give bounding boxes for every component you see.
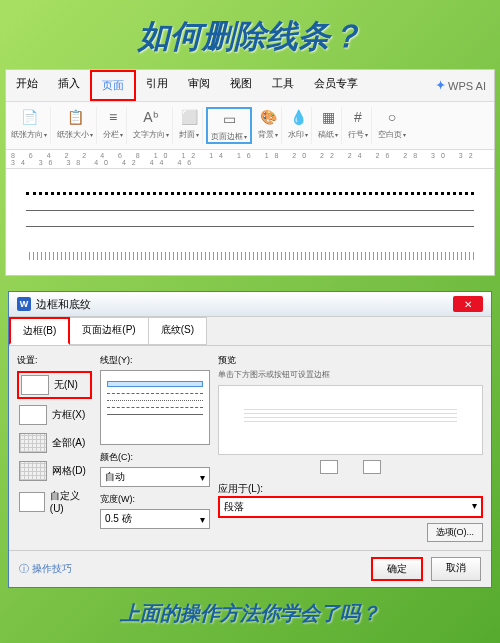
- ribbon-toolbar: 📄纸张方向▾📋纸张大小▾≡分栏▾Aᵇ文字方向▾⬜封面▾▭页面边框▾🎨背景▾💧水印…: [6, 102, 494, 150]
- ai-icon: ✦: [436, 79, 445, 92]
- ribbon-icon: 📄: [19, 107, 39, 127]
- tab-border[interactable]: 边框(B): [9, 317, 70, 345]
- ribbon-label: 分栏▾: [103, 129, 123, 140]
- ribbon-icon: 🎨: [258, 107, 278, 127]
- ribbon-背景[interactable]: 🎨背景▾: [255, 107, 282, 144]
- solid-line-2: [26, 226, 474, 227]
- line-style-list[interactable]: [100, 370, 210, 445]
- ribbon-label: 背景▾: [258, 129, 278, 140]
- ribbon-页面边框[interactable]: ▭页面边框▾: [206, 107, 252, 144]
- solid-line-1: [26, 210, 474, 211]
- ribbon-分栏[interactable]: ≡分栏▾: [100, 107, 127, 144]
- wps-ai-badge[interactable]: ✦WPS AI: [428, 70, 494, 101]
- ribbon-label: 页面边框▾: [211, 131, 247, 142]
- width-combo[interactable]: 0.5 磅▾: [100, 509, 210, 529]
- setting-label: 方框(X): [52, 408, 85, 422]
- ribbon-icon: ≡: [103, 107, 123, 127]
- ribbon-封面[interactable]: ⬜封面▾: [176, 107, 203, 144]
- ribbon-空白页[interactable]: ○空白页▾: [375, 107, 409, 144]
- setting-网格(D)[interactable]: 网格(D): [17, 459, 92, 483]
- ribbon-label: 行号▾: [348, 129, 368, 140]
- ribbon-label: 文字方向▾: [133, 129, 169, 140]
- menu-reference[interactable]: 引用: [136, 70, 178, 101]
- menu-insert[interactable]: 插入: [48, 70, 90, 101]
- menu-start[interactable]: 开始: [6, 70, 48, 101]
- setting-全部(A)[interactable]: 全部(A): [17, 431, 92, 455]
- ribbon-label: 纸张大小▾: [57, 129, 93, 140]
- wps-window: 开始 插入 页面 引用 审阅 视图 工具 会员专享 ✦WPS AI 📄纸张方向▾…: [5, 69, 495, 276]
- footer-caption: 上面的操作方法你学会了吗？: [0, 588, 500, 635]
- ribbon-label: 水印▾: [288, 129, 308, 140]
- wave-line: [26, 252, 474, 260]
- setting-label: 无(N): [54, 378, 78, 392]
- border-top-button[interactable]: [320, 460, 338, 474]
- wps-icon: W: [17, 297, 31, 311]
- ribbon-label: 稿纸▾: [318, 129, 338, 140]
- setting-preview-icon: [19, 492, 45, 512]
- chevron-down-icon: ▾: [200, 514, 205, 525]
- color-combo[interactable]: 自动▾: [100, 467, 210, 487]
- ribbon-icon: ▭: [219, 109, 239, 129]
- dialog-titlebar: W 边框和底纹 ✕: [9, 292, 491, 317]
- dialog-tabs: 边框(B) 页面边框(P) 底纹(S): [9, 317, 491, 346]
- menu-page[interactable]: 页面: [90, 70, 136, 101]
- ribbon-label: 空白页▾: [378, 129, 406, 140]
- color-label: 颜色(C):: [100, 451, 210, 464]
- ribbon-行号[interactable]: #行号▾: [345, 107, 372, 144]
- ribbon-稿纸[interactable]: ▦稿纸▾: [315, 107, 342, 144]
- settings-label: 设置:: [17, 354, 92, 367]
- ribbon-水印[interactable]: 💧水印▾: [285, 107, 312, 144]
- page-title: 如何删除线条？: [0, 0, 500, 69]
- apply-to-label: 应用于(L):: [218, 482, 263, 496]
- setting-无(N)[interactable]: 无(N): [17, 371, 92, 399]
- ribbon-label: 封面▾: [179, 129, 199, 140]
- ribbon-icon: ▦: [318, 107, 338, 127]
- ribbon-label: 纸张方向▾: [11, 129, 47, 140]
- preview-label: 预览: [218, 354, 483, 367]
- close-icon[interactable]: ✕: [453, 296, 483, 312]
- line-style-label: 线型(Y):: [100, 354, 210, 367]
- ribbon-纸张大小[interactable]: 📋纸张大小▾: [54, 107, 97, 144]
- ruler: 8 6 4 2 2 4 6 8 10 12 14 16 18 20 22 24 …: [6, 150, 494, 169]
- menu-view[interactable]: 视图: [220, 70, 262, 101]
- setting-label: 网格(D): [52, 464, 86, 478]
- setting-方框(X)[interactable]: 方框(X): [17, 403, 92, 427]
- ok-button[interactable]: 确定: [371, 557, 423, 581]
- menu-tools[interactable]: 工具: [262, 70, 304, 101]
- preview-box[interactable]: [218, 385, 483, 455]
- setting-preview-icon: [19, 405, 47, 425]
- ribbon-icon: 💧: [288, 107, 308, 127]
- info-icon: ⓘ: [19, 562, 29, 576]
- ribbon-icon: ○: [382, 107, 402, 127]
- border-bottom-button[interactable]: [363, 460, 381, 474]
- chevron-down-icon: ▾: [472, 500, 477, 514]
- chevron-down-icon: ▾: [200, 472, 205, 483]
- ribbon-纸张方向[interactable]: 📄纸张方向▾: [8, 107, 51, 144]
- menu-member[interactable]: 会员专享: [304, 70, 368, 101]
- setting-label: 全部(A): [52, 436, 85, 450]
- width-label: 宽度(W):: [100, 493, 210, 506]
- ribbon-icon: #: [348, 107, 368, 127]
- style-panel: 线型(Y): 颜色(C): 自动▾ 宽度(W): 0.5 磅▾: [100, 354, 210, 542]
- dialog-title-text: 边框和底纹: [36, 297, 91, 312]
- borders-dialog: W 边框和底纹 ✕ 边框(B) 页面边框(P) 底纹(S) 设置: 无(N)方框…: [8, 291, 492, 588]
- tab-page-border[interactable]: 页面边框(P): [69, 317, 148, 345]
- tips-link[interactable]: ⓘ操作技巧: [19, 562, 72, 576]
- apply-to-combo[interactable]: 段落▾: [218, 496, 483, 518]
- dialog-body: 设置: 无(N)方框(X)全部(A)网格(D)自定义(U) 线型(Y): 颜色(…: [9, 346, 491, 550]
- preview-hint: 单击下方图示或按钮可设置边框: [218, 369, 483, 380]
- setting-preview-icon: [19, 433, 47, 453]
- ribbon-icon: 📋: [65, 107, 85, 127]
- preview-panel: 预览 单击下方图示或按钮可设置边框 应用于(L): 段落▾ 选项(O)...: [218, 354, 483, 542]
- cancel-button[interactable]: 取消: [431, 557, 481, 581]
- ribbon-icon: Aᵇ: [141, 107, 161, 127]
- settings-panel: 设置: 无(N)方框(X)全部(A)网格(D)自定义(U): [17, 354, 92, 542]
- tab-shading[interactable]: 底纹(S): [148, 317, 207, 345]
- dialog-footer: ⓘ操作技巧 确定 取消: [9, 550, 491, 587]
- menu-review[interactable]: 审阅: [178, 70, 220, 101]
- setting-自定义(U)[interactable]: 自定义(U): [17, 487, 92, 516]
- options-button[interactable]: 选项(O)...: [427, 523, 484, 542]
- setting-label: 自定义(U): [50, 489, 90, 514]
- ribbon-文字方向[interactable]: Aᵇ文字方向▾: [130, 107, 173, 144]
- document-area[interactable]: [6, 169, 494, 275]
